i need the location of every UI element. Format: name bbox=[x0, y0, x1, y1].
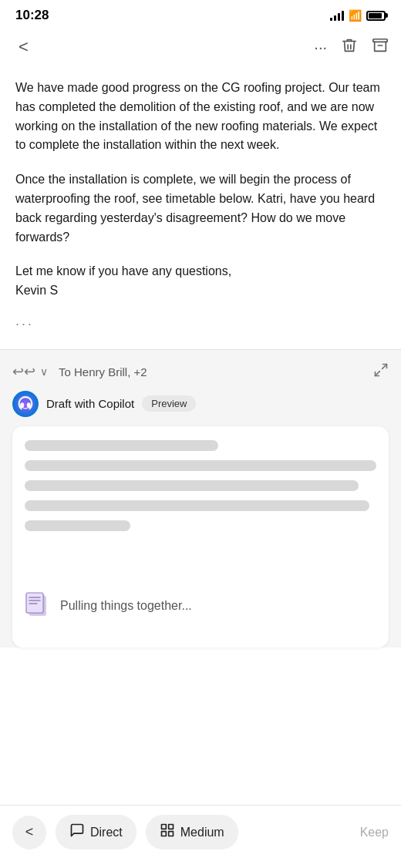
medium-icon bbox=[160, 823, 175, 842]
skeleton-line-3 bbox=[25, 480, 359, 491]
status-bar: 10:28 📶 bbox=[0, 0, 401, 28]
reply-area: ↩↩ ∨ To Henry Brill, +2 bbox=[0, 350, 401, 648]
preview-badge: Preview bbox=[142, 395, 196, 412]
svg-rect-15 bbox=[168, 832, 173, 836]
expand-icon[interactable] bbox=[373, 362, 389, 382]
wifi-icon: 📶 bbox=[349, 9, 362, 22]
nav-actions: ··· bbox=[314, 37, 389, 58]
chevron-down-icon[interactable]: ∨ bbox=[40, 365, 48, 378]
pulling-emoji bbox=[25, 590, 52, 623]
svg-rect-0 bbox=[373, 39, 387, 42]
toolbar-back-button[interactable]: < bbox=[12, 816, 46, 849]
copilot-label: Draft with Copilot bbox=[46, 397, 134, 410]
copilot-row: Draft with Copilot Preview bbox=[12, 389, 389, 426]
email-paragraph-1: We have made good progress on the CG roo… bbox=[15, 79, 386, 155]
email-more-dots: ··· bbox=[15, 316, 386, 341]
skeleton-line-4 bbox=[25, 500, 369, 511]
pulling-text: Pulling things together... bbox=[60, 599, 192, 613]
reply-header-left: ↩↩ ∨ To Henry Brill, +2 bbox=[12, 363, 147, 380]
bottom-toolbar: < Direct Medium Keep bbox=[0, 805, 401, 868]
email-text: We have made good progress on the CG roo… bbox=[15, 79, 386, 301]
signal-icon bbox=[330, 10, 344, 21]
direct-icon bbox=[69, 823, 85, 842]
reply-to-label: To Henry Brill, +2 bbox=[59, 365, 147, 378]
svg-line-2 bbox=[376, 372, 380, 376]
direct-label: Direct bbox=[90, 826, 123, 839]
svg-rect-13 bbox=[168, 825, 173, 829]
svg-rect-12 bbox=[161, 825, 166, 829]
pulling-icon bbox=[25, 590, 52, 617]
trash-icon[interactable] bbox=[341, 37, 358, 58]
more-options-icon[interactable]: ··· bbox=[314, 39, 327, 56]
copilot-logo bbox=[12, 391, 39, 417]
svg-point-4 bbox=[20, 402, 24, 408]
reply-all-icon[interactable]: ↩↩ bbox=[12, 363, 35, 380]
email-paragraph-2: Once the installation is complete, we wi… bbox=[15, 170, 386, 247]
skeleton-line-2 bbox=[25, 460, 376, 471]
svg-line-1 bbox=[382, 364, 387, 368]
email-body: We have made good progress on the CG roo… bbox=[0, 66, 401, 349]
email-paragraph-3: Let me know if you have any questions,Ke… bbox=[15, 262, 386, 301]
keep-button[interactable]: Keep bbox=[360, 826, 389, 839]
pulling-row: Pulling things together... bbox=[25, 577, 376, 635]
svg-point-3 bbox=[12, 391, 39, 417]
back-button[interactable]: < bbox=[12, 34, 35, 60]
skeleton-line-1 bbox=[25, 440, 218, 451]
battery-icon bbox=[366, 11, 386, 21]
svg-point-5 bbox=[27, 402, 31, 408]
draft-card: Pulling things together... bbox=[12, 426, 389, 648]
archive-icon[interactable] bbox=[372, 37, 389, 58]
svg-rect-8 bbox=[26, 593, 43, 613]
svg-rect-14 bbox=[161, 832, 166, 836]
top-nav: < ··· bbox=[0, 28, 401, 66]
medium-button[interactable]: Medium bbox=[146, 815, 238, 849]
status-icons: 📶 bbox=[330, 9, 386, 22]
medium-label: Medium bbox=[180, 826, 224, 839]
direct-button[interactable]: Direct bbox=[56, 815, 136, 849]
back-chevron-icon: < bbox=[25, 824, 34, 840]
reply-header: ↩↩ ∨ To Henry Brill, +2 bbox=[12, 358, 389, 389]
status-time: 10:28 bbox=[15, 8, 49, 23]
skeleton-line-5 bbox=[25, 520, 130, 531]
